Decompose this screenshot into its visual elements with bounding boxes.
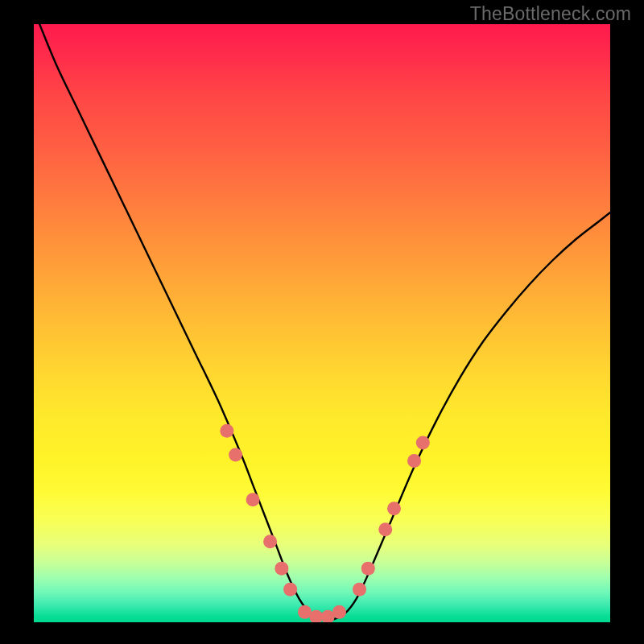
data-marker [275,562,288,576]
data-marker [220,424,233,438]
data-marker [378,522,392,536]
chart-frame: TheBottleneck.com [0,0,644,644]
data-marker [416,436,430,450]
data-marker [229,448,242,461]
data-marker [332,605,346,619]
bottleneck-curve-svg [34,24,610,622]
watermark-text: TheBottleneck.com [470,3,631,25]
data-marker [353,583,366,597]
bottleneck-curve [39,24,610,620]
data-marker [263,535,277,548]
data-marker [387,502,401,515]
data-marker [246,493,260,506]
data-marker [407,454,421,468]
plot-area [34,24,610,622]
marker-group [220,424,429,622]
data-marker [283,583,297,597]
data-marker [361,562,375,576]
